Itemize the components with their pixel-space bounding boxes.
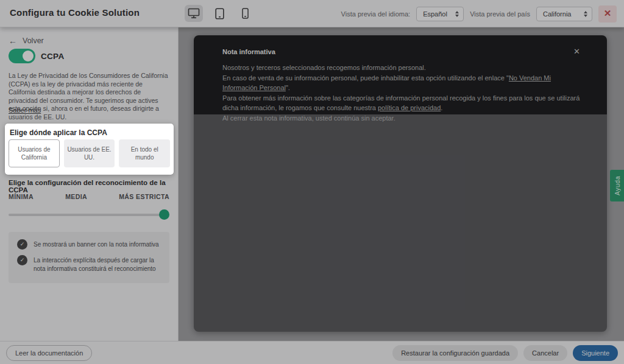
option-users-us[interactable]: Usuarios de EE. UU. bbox=[64, 139, 115, 167]
apply-options: Usuarios de California Usuarios de EE. U… bbox=[9, 139, 170, 167]
option-worldwide[interactable]: En todo el mundo bbox=[119, 139, 170, 167]
option-users-california[interactable]: Usuarios de California bbox=[9, 139, 60, 167]
apply-ccpa-spotlight: Elige dónde aplicar la CCPA Usuarios de … bbox=[5, 124, 174, 175]
apply-section-heading: Elige dónde aplicar la CCPA bbox=[10, 128, 107, 137]
tour-dim-overlay[interactable] bbox=[0, 0, 624, 364]
